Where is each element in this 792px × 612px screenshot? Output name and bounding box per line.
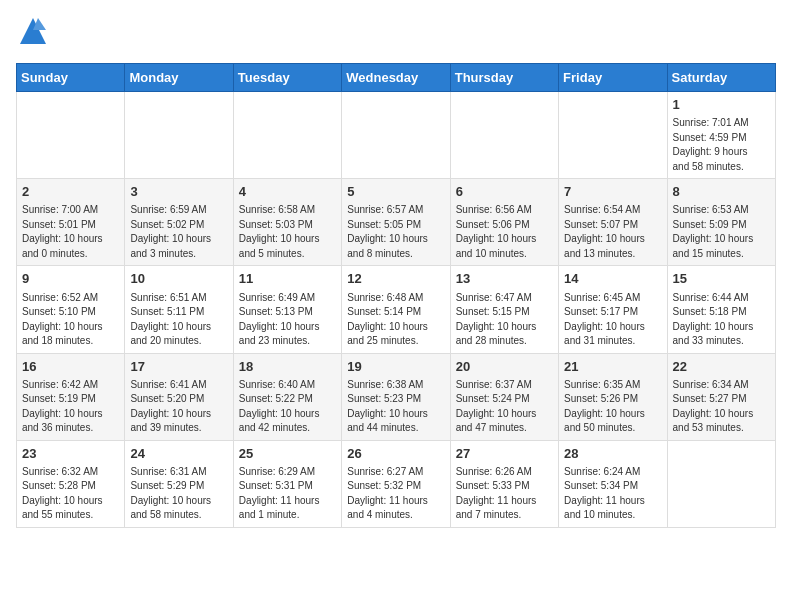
day-info: Sunrise: 6:53 AM Sunset: 5:09 PM Dayligh… [673, 203, 770, 261]
calendar-cell: 20Sunrise: 6:37 AM Sunset: 5:24 PM Dayli… [450, 353, 558, 440]
calendar-cell: 25Sunrise: 6:29 AM Sunset: 5:31 PM Dayli… [233, 440, 341, 527]
day-number: 9 [22, 270, 119, 288]
weekday-header: Tuesday [233, 64, 341, 92]
day-number: 10 [130, 270, 227, 288]
day-number: 1 [673, 96, 770, 114]
calendar-cell: 17Sunrise: 6:41 AM Sunset: 5:20 PM Dayli… [125, 353, 233, 440]
day-number: 25 [239, 445, 336, 463]
calendar-week-row: 2Sunrise: 7:00 AM Sunset: 5:01 PM Daylig… [17, 179, 776, 266]
calendar-cell: 5Sunrise: 6:57 AM Sunset: 5:05 PM Daylig… [342, 179, 450, 266]
day-info: Sunrise: 7:00 AM Sunset: 5:01 PM Dayligh… [22, 203, 119, 261]
day-number: 18 [239, 358, 336, 376]
day-info: Sunrise: 6:58 AM Sunset: 5:03 PM Dayligh… [239, 203, 336, 261]
day-info: Sunrise: 6:35 AM Sunset: 5:26 PM Dayligh… [564, 378, 661, 436]
day-info: Sunrise: 6:31 AM Sunset: 5:29 PM Dayligh… [130, 465, 227, 523]
day-info: Sunrise: 6:29 AM Sunset: 5:31 PM Dayligh… [239, 465, 336, 523]
day-number: 4 [239, 183, 336, 201]
calendar-cell [17, 92, 125, 179]
day-number: 28 [564, 445, 661, 463]
weekday-header: Friday [559, 64, 667, 92]
day-info: Sunrise: 6:41 AM Sunset: 5:20 PM Dayligh… [130, 378, 227, 436]
day-info: Sunrise: 6:40 AM Sunset: 5:22 PM Dayligh… [239, 378, 336, 436]
calendar-cell: 7Sunrise: 6:54 AM Sunset: 5:07 PM Daylig… [559, 179, 667, 266]
day-info: Sunrise: 6:57 AM Sunset: 5:05 PM Dayligh… [347, 203, 444, 261]
calendar-cell: 15Sunrise: 6:44 AM Sunset: 5:18 PM Dayli… [667, 266, 775, 353]
calendar-cell: 24Sunrise: 6:31 AM Sunset: 5:29 PM Dayli… [125, 440, 233, 527]
day-number: 16 [22, 358, 119, 376]
calendar-cell: 12Sunrise: 6:48 AM Sunset: 5:14 PM Dayli… [342, 266, 450, 353]
day-info: Sunrise: 6:49 AM Sunset: 5:13 PM Dayligh… [239, 291, 336, 349]
day-number: 26 [347, 445, 444, 463]
calendar-cell: 2Sunrise: 7:00 AM Sunset: 5:01 PM Daylig… [17, 179, 125, 266]
calendar-cell: 13Sunrise: 6:47 AM Sunset: 5:15 PM Dayli… [450, 266, 558, 353]
calendar-cell: 3Sunrise: 6:59 AM Sunset: 5:02 PM Daylig… [125, 179, 233, 266]
calendar-cell [125, 92, 233, 179]
day-number: 22 [673, 358, 770, 376]
svg-marker-0 [20, 18, 46, 44]
calendar-cell: 27Sunrise: 6:26 AM Sunset: 5:33 PM Dayli… [450, 440, 558, 527]
calendar-cell: 10Sunrise: 6:51 AM Sunset: 5:11 PM Dayli… [125, 266, 233, 353]
day-info: Sunrise: 6:45 AM Sunset: 5:17 PM Dayligh… [564, 291, 661, 349]
calendar-header-row: SundayMondayTuesdayWednesdayThursdayFrid… [17, 64, 776, 92]
calendar-cell: 14Sunrise: 6:45 AM Sunset: 5:17 PM Dayli… [559, 266, 667, 353]
day-number: 20 [456, 358, 553, 376]
day-info: Sunrise: 6:42 AM Sunset: 5:19 PM Dayligh… [22, 378, 119, 436]
logo-icon [18, 16, 48, 46]
weekday-header: Thursday [450, 64, 558, 92]
calendar-week-row: 16Sunrise: 6:42 AM Sunset: 5:19 PM Dayli… [17, 353, 776, 440]
calendar-cell: 11Sunrise: 6:49 AM Sunset: 5:13 PM Dayli… [233, 266, 341, 353]
day-number: 7 [564, 183, 661, 201]
day-info: Sunrise: 7:01 AM Sunset: 4:59 PM Dayligh… [673, 116, 770, 174]
day-number: 23 [22, 445, 119, 463]
logo [16, 16, 48, 51]
page-header [16, 16, 776, 51]
day-number: 2 [22, 183, 119, 201]
weekday-header: Sunday [17, 64, 125, 92]
day-info: Sunrise: 6:26 AM Sunset: 5:33 PM Dayligh… [456, 465, 553, 523]
day-info: Sunrise: 6:27 AM Sunset: 5:32 PM Dayligh… [347, 465, 444, 523]
day-number: 17 [130, 358, 227, 376]
calendar-cell: 16Sunrise: 6:42 AM Sunset: 5:19 PM Dayli… [17, 353, 125, 440]
calendar-cell: 6Sunrise: 6:56 AM Sunset: 5:06 PM Daylig… [450, 179, 558, 266]
calendar-cell [450, 92, 558, 179]
day-info: Sunrise: 6:51 AM Sunset: 5:11 PM Dayligh… [130, 291, 227, 349]
calendar-cell [667, 440, 775, 527]
calendar-cell [559, 92, 667, 179]
calendar-cell: 23Sunrise: 6:32 AM Sunset: 5:28 PM Dayli… [17, 440, 125, 527]
calendar-cell: 8Sunrise: 6:53 AM Sunset: 5:09 PM Daylig… [667, 179, 775, 266]
day-info: Sunrise: 6:54 AM Sunset: 5:07 PM Dayligh… [564, 203, 661, 261]
calendar-cell: 21Sunrise: 6:35 AM Sunset: 5:26 PM Dayli… [559, 353, 667, 440]
day-number: 15 [673, 270, 770, 288]
day-info: Sunrise: 6:24 AM Sunset: 5:34 PM Dayligh… [564, 465, 661, 523]
calendar-cell: 22Sunrise: 6:34 AM Sunset: 5:27 PM Dayli… [667, 353, 775, 440]
day-info: Sunrise: 6:52 AM Sunset: 5:10 PM Dayligh… [22, 291, 119, 349]
calendar-week-row: 1Sunrise: 7:01 AM Sunset: 4:59 PM Daylig… [17, 92, 776, 179]
day-number: 12 [347, 270, 444, 288]
day-number: 13 [456, 270, 553, 288]
calendar-cell: 9Sunrise: 6:52 AM Sunset: 5:10 PM Daylig… [17, 266, 125, 353]
calendar-cell: 1Sunrise: 7:01 AM Sunset: 4:59 PM Daylig… [667, 92, 775, 179]
day-number: 19 [347, 358, 444, 376]
calendar-cell: 19Sunrise: 6:38 AM Sunset: 5:23 PM Dayli… [342, 353, 450, 440]
day-number: 3 [130, 183, 227, 201]
day-info: Sunrise: 6:32 AM Sunset: 5:28 PM Dayligh… [22, 465, 119, 523]
day-info: Sunrise: 6:44 AM Sunset: 5:18 PM Dayligh… [673, 291, 770, 349]
day-info: Sunrise: 6:38 AM Sunset: 5:23 PM Dayligh… [347, 378, 444, 436]
day-info: Sunrise: 6:56 AM Sunset: 5:06 PM Dayligh… [456, 203, 553, 261]
calendar-week-row: 23Sunrise: 6:32 AM Sunset: 5:28 PM Dayli… [17, 440, 776, 527]
day-info: Sunrise: 6:48 AM Sunset: 5:14 PM Dayligh… [347, 291, 444, 349]
day-number: 27 [456, 445, 553, 463]
calendar-cell [233, 92, 341, 179]
day-info: Sunrise: 6:47 AM Sunset: 5:15 PM Dayligh… [456, 291, 553, 349]
calendar-week-row: 9Sunrise: 6:52 AM Sunset: 5:10 PM Daylig… [17, 266, 776, 353]
day-number: 14 [564, 270, 661, 288]
weekday-header: Wednesday [342, 64, 450, 92]
calendar-cell: 28Sunrise: 6:24 AM Sunset: 5:34 PM Dayli… [559, 440, 667, 527]
calendar-cell [342, 92, 450, 179]
calendar-cell: 26Sunrise: 6:27 AM Sunset: 5:32 PM Dayli… [342, 440, 450, 527]
weekday-header: Saturday [667, 64, 775, 92]
day-number: 6 [456, 183, 553, 201]
day-number: 8 [673, 183, 770, 201]
day-info: Sunrise: 6:59 AM Sunset: 5:02 PM Dayligh… [130, 203, 227, 261]
day-number: 24 [130, 445, 227, 463]
